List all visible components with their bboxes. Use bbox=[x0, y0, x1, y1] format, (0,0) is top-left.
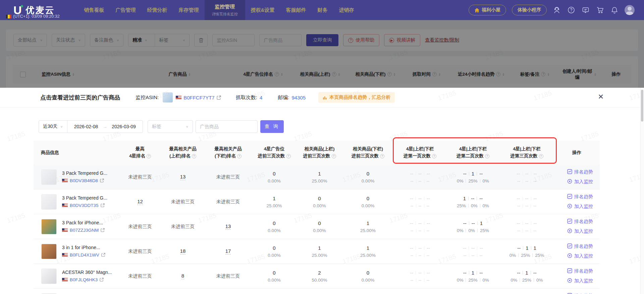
product-image[interactable] bbox=[41, 194, 57, 210]
not-in-top3-text: 未进前三页 bbox=[216, 273, 240, 279]
add-monitor-link[interactable]: 加入监控 bbox=[567, 204, 593, 210]
rank-trend-link[interactable]: 排名趋势 bbox=[567, 268, 593, 274]
modal-ad-product-input[interactable] bbox=[196, 120, 258, 133]
table-row[interactable]: 3 Pack Tempered G...B0DV3DDT3512未进前三页未进前… bbox=[34, 190, 600, 214]
nav-item-1[interactable]: 销售看板 bbox=[78, 0, 110, 20]
nav-item-7[interactable]: 客服邮件 bbox=[280, 0, 312, 20]
date-preset-select[interactable]: 近30天∨ bbox=[39, 121, 67, 133]
value-segment: 25% bbox=[468, 178, 477, 183]
nav-item-3[interactable]: 经营分析 bbox=[142, 0, 173, 20]
nav-item-4[interactable]: 库存管理 bbox=[173, 0, 205, 20]
best-rank-cell: 8 bbox=[161, 273, 205, 279]
house-icon bbox=[474, 8, 480, 13]
product-image[interactable] bbox=[41, 244, 57, 259]
asin-link[interactable]: B0DV3DDT35 bbox=[70, 203, 99, 208]
product-image[interactable] bbox=[41, 269, 57, 284]
value-segment: 0% bbox=[457, 228, 464, 233]
bell-icon[interactable] bbox=[610, 6, 619, 14]
table-row[interactable]: 3 in 1 for iPhone...B0FLD4X1WV未进前三页18170… bbox=[34, 239, 600, 264]
product-cell: 3 Pack Tempered G...B0DV3DDT35 bbox=[34, 194, 119, 210]
nav-item-6[interactable]: 授权&设置 bbox=[245, 0, 280, 20]
close-icon[interactable]: ✕ bbox=[598, 93, 604, 100]
nav-item-5[interactable]: 监控管理详情页排名监控 bbox=[205, 0, 245, 20]
external-link-icon[interactable] bbox=[100, 277, 104, 283]
product-text: 3 Pack Tempered G...B0DV3B46D8 bbox=[62, 170, 107, 184]
add-monitor-link[interactable]: 加入监控 bbox=[567, 228, 593, 234]
page-percent-values: ------ bbox=[411, 278, 430, 283]
info-question-icon[interactable]: ? bbox=[380, 154, 384, 158]
asin-link[interactable]: B07ZZJ3GNM bbox=[70, 228, 99, 233]
count-value: 0 bbox=[367, 196, 369, 201]
rank-trend-link[interactable]: 排名趋势 bbox=[567, 219, 593, 225]
external-link-icon[interactable] bbox=[217, 95, 221, 100]
rank-trend-link[interactable]: 排名趋势 bbox=[567, 169, 593, 175]
info-question-icon[interactable]: ? bbox=[539, 154, 543, 158]
avatar[interactable] bbox=[625, 5, 635, 15]
table-row[interactable]: ACESTAR 360° Magn...B0FJLQ6HK3未进前三页8未进前三… bbox=[34, 264, 600, 289]
add-monitor-link[interactable]: 加入监控 bbox=[567, 278, 593, 284]
best-rank-value[interactable]: 13 bbox=[225, 223, 231, 230]
table-row[interactable]: 3 Pack for iPhone...B07ZZJ3GNM未进前三页未进前三页… bbox=[34, 214, 600, 239]
external-link-icon[interactable] bbox=[101, 227, 105, 233]
value-separator bbox=[416, 271, 416, 275]
asin-link[interactable]: B0DV3B46D8 bbox=[70, 178, 98, 183]
info-question-icon[interactable]: ? bbox=[237, 154, 241, 158]
product-image[interactable] bbox=[41, 169, 57, 185]
page-count-values: --11 bbox=[517, 245, 536, 251]
info-question-icon[interactable]: ? bbox=[192, 154, 196, 158]
nav-item-8[interactable]: 财务 bbox=[312, 0, 333, 20]
value-separator bbox=[477, 246, 477, 250]
external-link-icon[interactable] bbox=[101, 203, 105, 209]
value-separator bbox=[534, 278, 534, 282]
nav-item-2[interactable]: 广告管理 bbox=[110, 0, 142, 20]
table-row[interactable]: 010------------------排名趋势加入监控 bbox=[34, 289, 600, 294]
best-rank-value[interactable]: 8 bbox=[181, 273, 184, 279]
product-image[interactable] bbox=[41, 219, 57, 234]
value-separator bbox=[466, 278, 466, 282]
value-segment: -- bbox=[533, 178, 536, 183]
info-question-icon[interactable]: ? bbox=[332, 154, 336, 158]
nav-item-label: 客服邮件 bbox=[286, 7, 306, 13]
scrollbar-thumb[interactable] bbox=[641, 90, 643, 122]
value-separator bbox=[424, 172, 424, 175]
best-rank-value[interactable]: 12 bbox=[137, 199, 143, 205]
trend-summary-badge[interactable]: 本页商品排名趋势，汇总分析 bbox=[318, 92, 395, 103]
add-monitor-link[interactable]: 加入监控 bbox=[567, 179, 593, 185]
mini-program-button[interactable]: 体验小程序 bbox=[512, 5, 547, 15]
external-link-icon[interactable] bbox=[101, 252, 105, 258]
modal-search-button[interactable]: 查 询 bbox=[260, 120, 284, 133]
support-headset-icon[interactable] bbox=[552, 6, 561, 14]
nav-item-9[interactable]: 进销存 bbox=[333, 0, 360, 20]
value-segment: -- bbox=[419, 253, 422, 258]
product-cell: 3 in 1 for iPhone...B0FLD4X1WV bbox=[34, 244, 119, 259]
asin-link[interactable]: B0FJLQ6HK3 bbox=[70, 277, 98, 282]
feedback-message-icon[interactable] bbox=[581, 6, 590, 14]
value-segment: -- bbox=[427, 245, 430, 251]
best-rank-value[interactable]: 17 bbox=[225, 248, 231, 254]
us-flag-icon bbox=[62, 228, 68, 232]
best-rank-value[interactable]: 18 bbox=[180, 248, 186, 254]
welfare-house-button[interactable]: 福利小屋 bbox=[469, 5, 506, 15]
value-separator bbox=[469, 221, 469, 225]
asin-link[interactable]: B0FFCF7YT7 bbox=[183, 95, 215, 100]
count-percent: 0.00% bbox=[268, 178, 280, 183]
help-question-icon[interactable] bbox=[567, 6, 576, 14]
rank-trend-link[interactable]: 排名趋势 bbox=[567, 194, 593, 200]
date-range-picker[interactable]: 2026-02-08 → 2026-03-09 bbox=[67, 121, 143, 133]
asin-link[interactable]: B0FLD4X1WV bbox=[70, 252, 99, 258]
table-row[interactable]: 3 Pack Tempered G...B0DV3B46D8未进前三页13未进前… bbox=[34, 165, 600, 190]
modal-tag-select[interactable]: 标签∨ bbox=[148, 120, 193, 133]
info-question-icon[interactable]: ? bbox=[485, 154, 489, 158]
modal-column-label-text: 进前三页次数 bbox=[352, 153, 379, 159]
rank-trend-link[interactable]: 排名趋势 bbox=[567, 243, 593, 249]
page-scrollbar[interactable] bbox=[640, 88, 644, 294]
best-rank-value[interactable]: 13 bbox=[180, 174, 186, 180]
info-question-icon[interactable]: ? bbox=[286, 154, 291, 158]
nav-item-label: 进销存 bbox=[339, 7, 354, 13]
cart-icon[interactable] bbox=[596, 6, 604, 14]
add-monitor-link[interactable]: 加入监控 bbox=[567, 253, 593, 259]
best-rank-cell: 未进前三页 bbox=[205, 199, 252, 205]
info-question-icon[interactable]: ? bbox=[432, 154, 436, 158]
external-link-icon[interactable] bbox=[100, 178, 104, 184]
info-question-icon[interactable]: ? bbox=[147, 154, 151, 158]
